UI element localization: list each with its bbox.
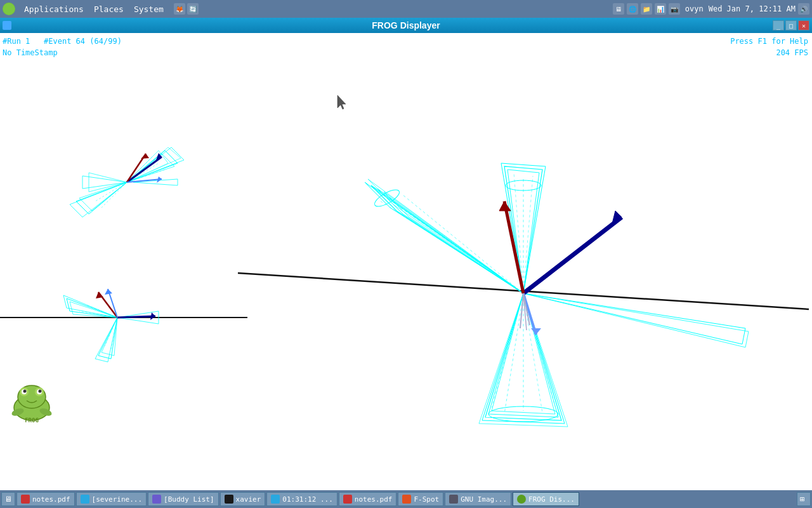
svg-point-86 bbox=[23, 390, 27, 393]
svg-marker-6 bbox=[70, 182, 127, 217]
svg-marker-67 bbox=[523, 293, 749, 347]
jet-large-main bbox=[238, 163, 809, 427]
visualization-canvas bbox=[0, 33, 812, 444]
taskbar-notes-pdf-2[interactable]: notes.pdf bbox=[339, 492, 397, 506]
svg-marker-45 bbox=[368, 179, 523, 293]
frog-tb-icon bbox=[517, 495, 526, 504]
svg-marker-25 bbox=[70, 302, 117, 318]
frog-logo-area: FROG bbox=[0, 376, 63, 427]
svg-marker-35 bbox=[150, 312, 155, 320]
skype-icon bbox=[81, 495, 89, 504]
monitor-tray-icon[interactable]: 🖥 bbox=[613, 3, 624, 15]
svg-marker-28 bbox=[102, 318, 117, 356]
svg-line-34 bbox=[117, 316, 155, 318]
terminal-icon bbox=[225, 495, 233, 504]
svg-line-33 bbox=[111, 318, 117, 349]
svg-marker-74 bbox=[499, 201, 511, 211]
frog-logo-svg: FROG bbox=[6, 379, 57, 424]
taskbar-grid-button[interactable]: ⊞ bbox=[797, 492, 811, 506]
taskbar-right-area: 🖥 🌐 📁 📊 📷 ovyn Wed Jan 7, 12:11 AM 🔊 bbox=[613, 3, 809, 15]
svg-point-69 bbox=[488, 406, 558, 422]
taskbar-severine[interactable]: [severine... bbox=[76, 492, 147, 506]
svg-marker-66 bbox=[523, 293, 745, 344]
desktop-button[interactable]: 🖥 bbox=[1, 492, 15, 506]
svg-line-71 bbox=[523, 217, 622, 293]
svg-marker-39 bbox=[105, 289, 112, 295]
svg-text:FROG: FROG bbox=[25, 417, 39, 424]
desktop-icon: 🖥 bbox=[4, 495, 12, 504]
svg-point-87 bbox=[39, 390, 42, 393]
svg-marker-8 bbox=[82, 176, 127, 189]
network-tray-icon[interactable]: 🌐 bbox=[627, 3, 638, 15]
taskbar-gimp[interactable]: GNU Imag... bbox=[445, 492, 511, 506]
pdf-icon bbox=[21, 495, 30, 504]
top-taskbar: Applications Places System 🦊 🔄 🖥 🌐 📁 📊 📷… bbox=[0, 0, 812, 18]
window-controls: _ □ ✕ bbox=[773, 20, 809, 30]
bottom-taskbar: 🖥 notes.pdf [severine... [Buddy List] xa… bbox=[0, 490, 812, 508]
datetime-label: Wed Jan 7, 12:11 AM bbox=[709, 4, 796, 13]
maximize-button[interactable]: □ bbox=[785, 20, 797, 30]
taskbar-buddy-list[interactable]: [Buddy List] bbox=[148, 492, 218, 506]
jet-small-bottom bbox=[0, 289, 247, 362]
menu-system[interactable]: System bbox=[129, 3, 169, 15]
minimize-button[interactable]: _ bbox=[773, 20, 784, 30]
firefox-icon[interactable]: 🦊 bbox=[174, 3, 185, 15]
svg-line-14 bbox=[102, 182, 127, 208]
svg-line-15 bbox=[95, 182, 127, 201]
taskbar-xavier[interactable]: xavier bbox=[220, 492, 266, 506]
grid-icon: ⊞ bbox=[800, 495, 804, 504]
window-titlebar: FROG Displayer _ □ ✕ bbox=[0, 18, 812, 33]
taskbar-skype-call[interactable]: 01:31:12 ... bbox=[266, 492, 337, 506]
files-tray-icon[interactable]: 📁 bbox=[641, 3, 652, 15]
svg-line-63 bbox=[523, 293, 542, 413]
frog-logo-icon[interactable] bbox=[3, 3, 15, 15]
svg-line-55 bbox=[523, 176, 533, 293]
jet-small-top bbox=[70, 147, 184, 217]
svg-marker-5 bbox=[76, 182, 127, 214]
taskbar-notes-pdf-1[interactable]: notes.pdf bbox=[16, 492, 75, 506]
window-title: FROG Displayer bbox=[372, 20, 440, 30]
skype2-icon bbox=[271, 495, 280, 504]
menu-places[interactable]: Places bbox=[89, 3, 129, 15]
close-button[interactable]: ✕ bbox=[798, 20, 809, 30]
camera-tray-icon[interactable]: 📷 bbox=[669, 3, 680, 15]
pidgin-icon bbox=[152, 495, 161, 504]
volume-tray-icon[interactable]: 🔊 bbox=[798, 3, 809, 15]
cursor-indicator bbox=[337, 95, 346, 109]
main-content: #Run 1 #Event 64 (64/99) No TimeStamp Pr… bbox=[0, 33, 812, 444]
taskbar-frog-displayer[interactable]: FROG Dis... bbox=[513, 492, 579, 506]
menu-applications[interactable]: Applications bbox=[19, 3, 89, 15]
username-label: ovyn bbox=[685, 4, 704, 13]
window-app-icon bbox=[3, 21, 11, 30]
pdf2-icon bbox=[343, 495, 352, 504]
svg-marker-9 bbox=[89, 173, 127, 192]
svg-line-73 bbox=[504, 201, 523, 293]
update-icon[interactable]: 🔄 bbox=[187, 3, 199, 15]
svg-marker-76 bbox=[531, 328, 541, 335]
gimp-icon bbox=[449, 495, 458, 504]
fspot-icon bbox=[402, 495, 411, 504]
taskbar-fspot[interactable]: F-Spot bbox=[398, 492, 443, 506]
bars-tray-icon[interactable]: 📊 bbox=[655, 3, 666, 15]
